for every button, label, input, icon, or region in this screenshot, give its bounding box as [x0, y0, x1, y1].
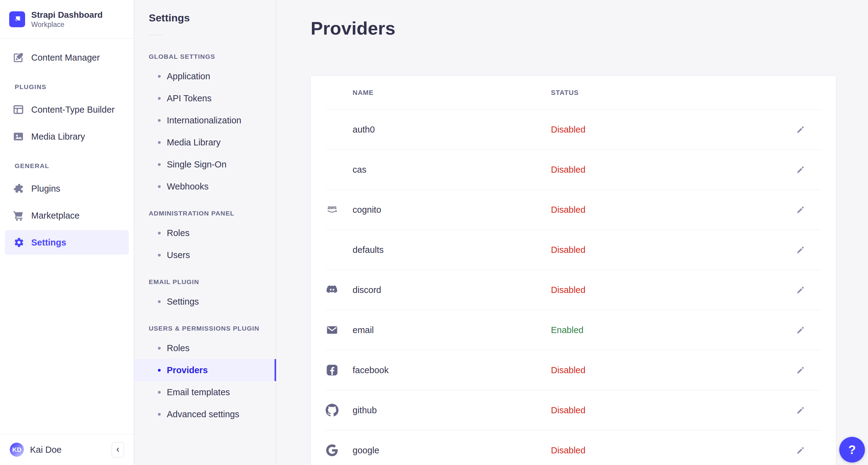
user-area: KD Kai Doe — [0, 434, 134, 465]
discord-icon — [326, 283, 339, 297]
chevron-left-icon — [115, 446, 121, 453]
github-icon — [326, 403, 339, 417]
bullet-icon — [158, 347, 161, 349]
subnav-item-application[interactable]: Application — [134, 65, 276, 87]
edit-provider-button[interactable] — [794, 363, 807, 377]
subnav-item-internationalization[interactable]: Internationalization — [134, 109, 276, 131]
app-window: Strapi Dashboard Workplace Content Manag… — [0, 0, 868, 465]
sidebar-section-plugins: PLUGINS — [7, 83, 126, 91]
pencil-icon — [796, 405, 806, 415]
sidebar-item-media-library[interactable]: Media Library — [5, 124, 129, 149]
provider-name: defaults — [352, 245, 551, 255]
brand-header[interactable]: Strapi Dashboard Workplace — [0, 0, 134, 38]
subnav-item-webhooks[interactable]: Webhooks — [134, 176, 276, 197]
pencil-icon — [796, 285, 806, 295]
edit-provider-button[interactable] — [794, 283, 807, 297]
subnav-item-label: Roles — [167, 343, 189, 353]
svg-text:aws: aws — [328, 205, 337, 210]
status-badge: Disabled — [551, 205, 794, 215]
edit-provider-button[interactable] — [794, 123, 807, 136]
bullet-icon — [158, 391, 161, 394]
empty-icon-slot — [326, 243, 339, 256]
subnav-item-label: Providers — [167, 365, 208, 375]
cart-icon — [12, 209, 25, 222]
pencil-icon — [796, 205, 806, 215]
sidebar-item-label: Plugins — [31, 184, 60, 194]
app-title: Strapi Dashboard — [31, 10, 102, 20]
bullet-icon — [158, 97, 161, 100]
table-row-defaults: defaults Disabled — [311, 230, 836, 270]
subnav-item-api-tokens[interactable]: API Tokens — [134, 87, 276, 109]
sidebar-item-plugins[interactable]: Plugins — [5, 176, 129, 201]
subnav-item-label: Advanced settings — [167, 409, 239, 420]
empty-icon-slot — [326, 123, 339, 136]
page-title: Providers — [311, 18, 868, 39]
subnav-section-users-permissions-plugin: USERS & PERMISSIONS PLUGIN — [149, 325, 276, 332]
subnav-item-up-roles[interactable]: Roles — [134, 337, 276, 359]
status-badge: Disabled — [551, 165, 794, 175]
sidebar-item-content-type-builder[interactable]: Content-Type Builder — [5, 97, 129, 122]
subnav-item-advanced-settings[interactable]: Advanced settings — [134, 403, 276, 425]
subnav-title: Settings — [149, 11, 276, 25]
pencil-icon — [796, 365, 806, 375]
subnav-item-single-sign-on[interactable]: Single Sign-On — [134, 153, 276, 176]
google-icon — [326, 443, 339, 457]
provider-name: google — [352, 445, 551, 456]
sidebar-item-label: Media Library — [31, 132, 85, 142]
subnav-item-media-library[interactable]: Media Library — [134, 131, 276, 153]
layout-icon — [12, 103, 25, 116]
subnav-item-label: Single Sign-On — [167, 159, 226, 169]
subnav-item-label: API Tokens — [167, 93, 212, 103]
edit-provider-button[interactable] — [794, 163, 807, 176]
subnav-item-email-templates[interactable]: Email templates — [134, 381, 276, 403]
envelope-icon — [326, 323, 339, 337]
provider-name: discord — [352, 285, 551, 295]
sidebar-item-label: Content Manager — [31, 53, 100, 63]
sidebar-item-settings[interactable]: Settings — [5, 230, 129, 255]
sidebar-item-content-manager[interactable]: Content Manager — [5, 45, 129, 70]
pencil-icon — [796, 245, 806, 255]
providers-table-card: NAME STATUS auth0 Disabled cas — [311, 76, 836, 465]
subnav-section-email-plugin: EMAIL PLUGIN — [149, 278, 276, 286]
subnav-item-admin-users[interactable]: Users — [134, 244, 276, 266]
aws-icon: aws — [326, 203, 339, 216]
workspace-name: Workplace — [31, 20, 102, 29]
empty-icon-slot — [326, 163, 339, 176]
picture-icon — [12, 130, 25, 143]
provider-name: auth0 — [352, 125, 551, 135]
edit-provider-button[interactable] — [794, 203, 807, 216]
subnav-item-admin-roles[interactable]: Roles — [134, 222, 276, 244]
sidebar-item-label: Content-Type Builder — [31, 105, 115, 115]
subnav-section-global-settings: GLOBAL SETTINGS — [149, 53, 276, 60]
bullet-icon — [158, 369, 161, 372]
pencil-icon — [796, 445, 806, 455]
provider-name: email — [352, 325, 551, 335]
pencil-icon — [796, 325, 806, 335]
provider-name: cognito — [352, 205, 551, 215]
puzzle-icon — [12, 182, 25, 195]
help-button[interactable]: ? — [839, 437, 865, 463]
user-name: Kai Doe — [30, 445, 62, 455]
subnav-item-providers[interactable]: Providers — [134, 359, 276, 381]
subnav-item-label: Settings — [167, 297, 199, 307]
status-badge: Disabled — [551, 445, 794, 456]
table-row-email: email Enabled — [311, 310, 836, 350]
status-badge: Disabled — [551, 285, 794, 295]
status-badge: Disabled — [551, 125, 794, 135]
table-row-cas: cas Disabled — [311, 150, 836, 189]
edit-provider-button[interactable] — [794, 243, 807, 256]
sidebar-section-general: GENERAL — [7, 162, 126, 169]
bullet-icon — [158, 163, 161, 166]
edit-provider-button[interactable] — [794, 443, 807, 457]
pencil-icon — [796, 125, 806, 134]
edit-provider-button[interactable] — [794, 403, 807, 417]
main-content: Providers NAME STATUS auth0 Disabled — [276, 0, 868, 465]
collapse-sidebar-button[interactable] — [112, 442, 124, 457]
table-row-facebook: facebook Disabled — [311, 350, 836, 390]
sidebar-item-marketplace[interactable]: Marketplace — [5, 203, 129, 228]
table-row-github: github Disabled — [311, 390, 836, 430]
status-badge: Disabled — [551, 245, 794, 255]
edit-provider-button[interactable] — [794, 323, 807, 337]
avatar: KD — [10, 443, 24, 457]
subnav-item-email-settings[interactable]: Settings — [134, 290, 276, 313]
